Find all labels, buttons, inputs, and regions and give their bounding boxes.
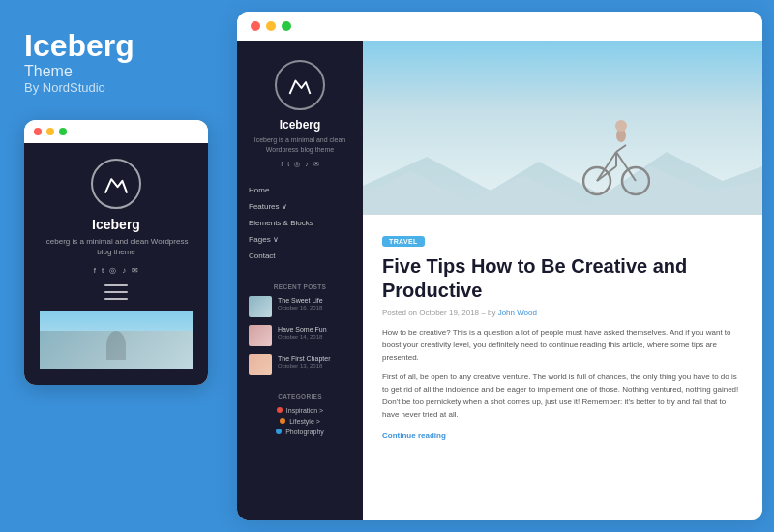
cat-dot-photography — [276, 429, 282, 434]
brand-name-text: Iceberg — [24, 29, 213, 63]
post-title-1[interactable]: The Sweet Life — [278, 296, 323, 305]
post-info-3: The First Chapter October 13, 2018 — [278, 354, 330, 369]
mobile-brand-desc: Iceberg is a minimal and clean Wordpress… — [40, 236, 193, 257]
article-paragraph-1: How to be creative? This is a question a… — [382, 327, 743, 364]
mobile-content: Iceberg Iceberg is a minimal and clean W… — [24, 143, 208, 384]
svg-point-10 — [615, 120, 627, 132]
post-thumb-2 — [249, 325, 272, 346]
left-panel: Iceberg Theme By NordStudio Iceberg Iceb… — [0, 0, 237, 532]
sidebar-tik-icon: ♪ — [305, 161, 309, 168]
article-posted-text: Posted on October 19, 2018 – by — [382, 309, 498, 317]
brand-by-text: By NordStudio — [24, 80, 213, 95]
mobile-close-dot — [34, 128, 42, 135]
mobile-menu-button[interactable] — [104, 284, 128, 300]
mobile-logo — [91, 159, 141, 209]
post-date-3: October 13, 2018 — [278, 363, 330, 369]
sidebar-msg-icon: ✉ — [313, 161, 319, 168]
mobile-figure — [106, 331, 126, 360]
mobile-tw-icon: t — [102, 266, 104, 275]
nav-contact[interactable]: Contact — [249, 248, 351, 264]
categories-title: CATEGORIES — [278, 393, 322, 399]
brand-title: Iceberg Theme By NordStudio — [24, 29, 213, 95]
cat-label-photography: Photography — [285, 429, 324, 435]
browser-close-dot — [251, 21, 260, 31]
mobile-fb-icon: f — [94, 266, 96, 275]
post-info-2: Have Some Fun October 14, 2018 — [278, 325, 327, 340]
post-date-1: October 16, 2018 — [278, 305, 323, 310]
mobile-mockup: Iceberg Iceberg is a minimal and clean W… — [24, 120, 208, 384]
cat-photography[interactable]: Photography — [276, 427, 324, 437]
sidebar-logo — [275, 60, 325, 110]
recent-post-3: The First Chapter October 13, 2018 — [249, 354, 351, 375]
mobile-tik-icon: ♪ — [122, 266, 126, 275]
cat-lifestyle[interactable]: Lifestyle > — [280, 416, 320, 427]
sidebar-ig-icon: ◎ — [294, 161, 300, 168]
hero-image — [363, 41, 762, 215]
mobile-footer-image — [40, 311, 193, 369]
post-date-2: October 14, 2018 — [278, 334, 327, 340]
article-author-link[interactable]: John Wood — [498, 309, 537, 317]
recent-post-1: The Sweet Life October 16, 2018 — [249, 296, 351, 317]
post-thumb-1 — [249, 296, 272, 317]
mobile-minimize-dot — [46, 128, 54, 135]
svg-line-5 — [616, 152, 636, 181]
brand-subtitle-text: Theme — [24, 63, 213, 80]
mobile-ig-icon: ◎ — [109, 266, 116, 275]
recent-posts-title: RECENT POSTS — [274, 283, 326, 290]
browser-titlebar — [237, 12, 762, 41]
sidebar-desc: Iceberg is a minimal and clean Wordpress… — [249, 135, 351, 155]
nav-home[interactable]: Home — [249, 182, 351, 198]
article-paragraph-2: First of all, be open to any creative ve… — [382, 371, 743, 421]
browser-body: Iceberg Iceberg is a minimal and clean W… — [237, 41, 762, 520]
cat-label-inspiration: Inspiration > — [286, 407, 323, 414]
recent-post-2: Have Some Fun October 14, 2018 — [249, 325, 351, 346]
sidebar-name: Iceberg — [280, 118, 321, 132]
mobile-titlebar — [24, 120, 208, 143]
post-info-1: The Sweet Life October 16, 2018 — [278, 296, 323, 310]
nav-elements[interactable]: Elements & Blocks — [249, 215, 351, 231]
cat-dot-inspiration — [277, 407, 283, 413]
browser-mockup: Iceberg Iceberg is a minimal and clean W… — [237, 12, 762, 520]
article-body: How to be creative? This is a question a… — [382, 327, 743, 422]
site-sidebar: Iceberg Iceberg is a minimal and clean W… — [237, 41, 363, 520]
sidebar-nav: Home Features ∨ Elements & Blocks Pages … — [249, 182, 351, 264]
cat-label-lifestyle: Lifestyle > — [289, 418, 320, 425]
article-content: TRAVEL Five Tips How to Be Creative and … — [363, 215, 762, 456]
mobile-social-icons: f t ◎ ♪ ✉ — [94, 266, 138, 275]
continue-reading-link[interactable]: Continue reading — [382, 431, 743, 440]
article-tag: TRAVEL — [382, 236, 425, 247]
mobile-msg-icon: ✉ — [132, 266, 138, 275]
site-main: TRAVEL Five Tips How to Be Creative and … — [363, 41, 762, 520]
browser-minimize-dot — [266, 21, 276, 31]
svg-line-4 — [597, 152, 616, 181]
nav-features[interactable]: Features ∨ — [249, 198, 351, 215]
cat-dot-lifestyle — [280, 418, 285, 424]
post-thumb-3 — [249, 354, 272, 375]
article-meta: Posted on October 19, 2018 – by John Woo… — [382, 309, 743, 317]
post-title-3[interactable]: The First Chapter — [278, 354, 330, 363]
nav-pages[interactable]: Pages ∨ — [249, 231, 351, 248]
mobile-brand-name: Iceberg — [92, 217, 140, 232]
sidebar-fb-icon: f — [281, 161, 283, 168]
cat-inspiration[interactable]: Inspiration > — [277, 405, 323, 416]
mobile-expand-dot — [59, 128, 67, 135]
sidebar-social-icons: f t ◎ ♪ ✉ — [281, 161, 318, 168]
post-title-2[interactable]: Have Some Fun — [278, 325, 327, 334]
sidebar-tw-icon: t — [287, 161, 289, 168]
svg-line-8 — [616, 145, 626, 152]
article-title: Five Tips How to Be Creative and Product… — [382, 254, 743, 303]
browser-expand-dot — [282, 21, 291, 31]
